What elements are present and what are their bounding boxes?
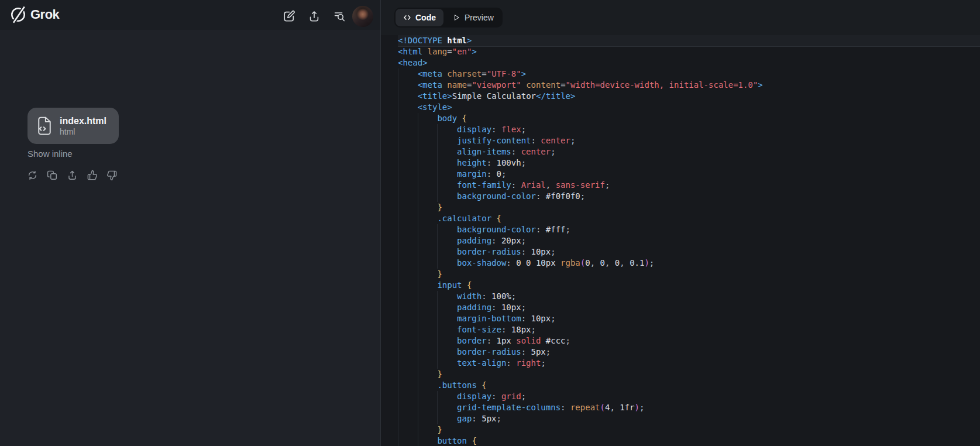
indent-guide [398, 413, 418, 424]
code-token: ; [521, 236, 526, 245]
indent-guide [437, 169, 457, 180]
code-token: sans-serif [556, 180, 605, 190]
code-token: ; [511, 291, 516, 301]
tab-code-label: Code [415, 13, 436, 22]
code-token: repeat [570, 403, 600, 412]
code-token: ; [501, 169, 506, 179]
code-token: ; [531, 325, 536, 334]
show-inline-link[interactable]: Show inline [27, 149, 73, 159]
code-token: : [491, 392, 501, 401]
code-line: .calculator { [398, 213, 980, 224]
code-line: font-size: 18px; [398, 324, 980, 335]
compose-button[interactable] [283, 10, 295, 23]
code-token: { [472, 436, 476, 445]
indent-guide [418, 291, 438, 302]
code-token: content [521, 80, 561, 90]
indent-guide [437, 402, 457, 413]
indent-guide [418, 202, 438, 213]
grok-logo: Grok [9, 6, 59, 23]
code-line: padding: 20px; [398, 235, 980, 246]
code-token: gap [457, 414, 472, 423]
code-line: align-items: center; [398, 146, 980, 157]
indent-guide [437, 346, 457, 358]
code-line: } [398, 369, 980, 380]
indent-guide [437, 135, 457, 146]
code-token: border-radius [457, 247, 521, 256]
code-line: border-radius: 10px; [398, 246, 980, 258]
code-line: } [398, 202, 980, 213]
indent-guide [398, 135, 418, 146]
code-token: ; [521, 125, 526, 134]
code-token: body [437, 114, 462, 123]
indent-guide [398, 258, 418, 269]
code-token: : [536, 225, 546, 234]
code-line: box-shadow: 0 0 10px rgba(0, 0, 0, 0.1); [398, 258, 980, 269]
indent-guide [437, 358, 457, 369]
code-token: : [511, 180, 521, 190]
code-token: 100% [491, 291, 511, 301]
indent-guide [418, 413, 438, 424]
code-token: "width=device-width, initial-scale=1.0" [566, 80, 758, 90]
code-token: background-color [457, 191, 536, 201]
code-token: ; [580, 191, 585, 201]
code-token: : [506, 258, 516, 267]
code-token: ( [580, 258, 585, 267]
code-token: 1px [497, 336, 517, 345]
code-token: 10px [531, 247, 551, 256]
artifact-panel: Code Preview <!DOCTYPE html><html lang="… [380, 0, 980, 446]
indent-guide [418, 424, 438, 435]
code-token: <html [398, 47, 422, 56]
code-token: 10px [531, 314, 551, 323]
code-token: : [491, 236, 501, 245]
code-token: grid [501, 392, 521, 401]
copy-button[interactable] [47, 170, 58, 181]
history-search-button[interactable] [333, 10, 346, 23]
code-token: display [457, 125, 491, 134]
share-button[interactable] [308, 10, 321, 23]
indent-guide [398, 68, 418, 80]
thumbs-down-button[interactable] [106, 170, 118, 181]
tab-code[interactable]: Code [396, 9, 443, 26]
code-token: ; [605, 180, 610, 190]
code-token: center [521, 147, 551, 156]
indent-guide [437, 391, 457, 402]
code-token: center [541, 136, 570, 145]
code-token: 0 [600, 258, 605, 267]
indent-guide [398, 169, 418, 180]
code-token: html [442, 36, 467, 45]
indent-guide [398, 313, 418, 324]
code-line: body { [398, 113, 980, 124]
indent-guide [437, 235, 457, 246]
code-line: button { [398, 435, 980, 446]
code-token: charset [442, 69, 482, 78]
indent-guide [437, 180, 457, 191]
message-actions [27, 170, 118, 181]
indent-guide [437, 157, 457, 169]
indent-guide [418, 213, 438, 224]
thumbs-up-button[interactable] [87, 170, 98, 181]
code-token: <!DOCTYPE [398, 36, 442, 45]
code-token: Simple Calculator [452, 91, 536, 101]
code-line: height: 100vh; [398, 157, 980, 169]
code-token: #ccc [541, 336, 565, 345]
user-avatar[interactable] [352, 6, 373, 27]
code-token: width [457, 291, 482, 301]
share-message-button[interactable] [67, 170, 78, 181]
tab-preview[interactable]: Preview [445, 9, 501, 26]
code-token: 5px [482, 414, 496, 423]
chat-header: Grok [0, 0, 380, 30]
code-line: justify-content: center; [398, 135, 980, 146]
code-token: <meta [418, 69, 442, 78]
grok-logo-icon [9, 6, 27, 23]
code-token: , [620, 258, 630, 267]
indent-guide [398, 291, 418, 302]
regenerate-button[interactable] [27, 170, 38, 181]
indent-guide [398, 302, 418, 313]
code-token: ) [635, 403, 639, 412]
code-token: #fff [546, 225, 566, 234]
code-editor[interactable]: <!DOCTYPE html><html lang="en"><head><me… [381, 35, 980, 446]
code-token: : [506, 358, 516, 368]
code-token: 0 [615, 258, 620, 267]
code-line: display: flex; [398, 124, 980, 135]
attachment-card[interactable]: index.html html [27, 108, 119, 144]
